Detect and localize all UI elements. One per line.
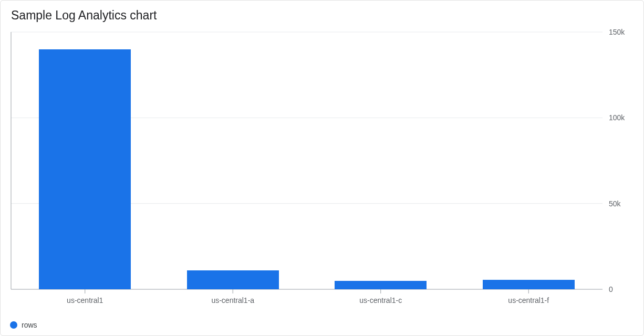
chart-title: Sample Log Analytics chart — [1, 1, 643, 27]
bar[interactable] — [39, 49, 131, 289]
y-axis-tick-label: 150k — [609, 28, 625, 36]
y-axis-tick-label: 0 — [609, 285, 613, 293]
legend-label: rows — [22, 321, 37, 329]
chart-legend: rows — [1, 318, 643, 335]
x-axis-tick-label: us-central1-a — [211, 296, 254, 304]
y-axis-tick-label: 100k — [609, 113, 625, 122]
y-axis-tick-label: 50k — [609, 200, 621, 208]
bar[interactable] — [187, 270, 279, 289]
chart-area: 050k100k150kus-central1us-central1-aus-c… — [1, 27, 643, 318]
legend-color-dot — [10, 321, 17, 329]
chart-card: Sample Log Analytics chart 050k100k150ku… — [0, 0, 644, 336]
x-axis-tick-label: us-central1-f — [508, 296, 549, 304]
bar-chart-svg: 050k100k150kus-central1us-central1-aus-c… — [1, 27, 644, 310]
bar[interactable] — [335, 281, 427, 289]
x-axis-tick-label: us-central1-c — [359, 296, 402, 304]
bar[interactable] — [483, 280, 575, 289]
x-axis-tick-label: us-central1 — [67, 296, 103, 304]
